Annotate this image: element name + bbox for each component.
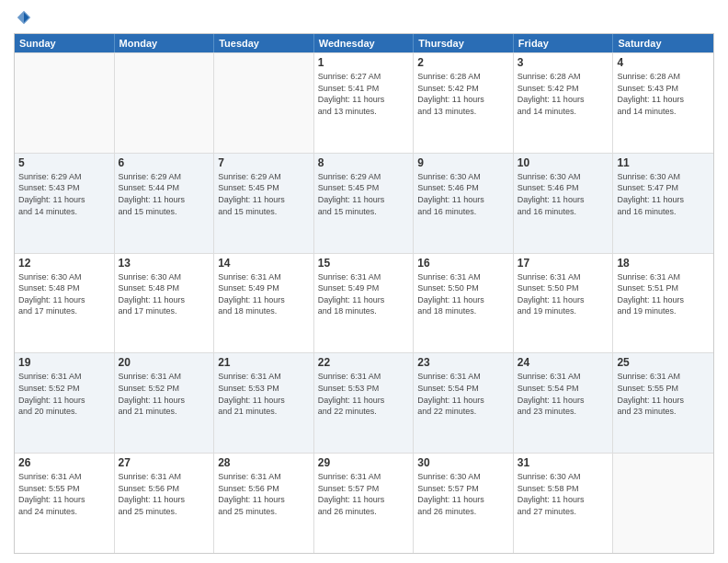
day-number: 5 bbox=[18, 156, 110, 169]
cell-info-line: Sunrise: 6:31 AM bbox=[318, 271, 410, 283]
cell-info-line: Daylight: 11 hours bbox=[18, 395, 110, 407]
calendar-cell-r3-c6: 25Sunrise: 6:31 AMSunset: 5:55 PMDayligh… bbox=[613, 353, 713, 453]
cell-info-line: Sunrise: 6:30 AM bbox=[518, 171, 609, 183]
cell-info-line: and 16 minutes. bbox=[417, 206, 509, 218]
calendar-cell-r3-c3: 22Sunrise: 6:31 AMSunset: 5:53 PMDayligh… bbox=[314, 353, 415, 453]
cell-info-line: Sunset: 5:45 PM bbox=[218, 182, 310, 194]
cell-info-line: Sunset: 5:54 PM bbox=[417, 383, 509, 395]
cell-info-line: Sunset: 5:55 PM bbox=[617, 383, 710, 395]
cell-info-line: and 17 minutes. bbox=[18, 305, 110, 317]
cell-info-line: Sunset: 5:48 PM bbox=[119, 282, 210, 294]
cell-info-line: Sunrise: 6:31 AM bbox=[119, 471, 210, 483]
day-number: 23 bbox=[417, 356, 509, 369]
day-number: 22 bbox=[318, 356, 410, 369]
calendar-header: SundayMondayTuesdayWednesdayThursdayFrid… bbox=[15, 34, 713, 52]
cell-info-line: Sunrise: 6:27 AM bbox=[318, 71, 410, 83]
cell-info-line: Daylight: 11 hours bbox=[18, 294, 110, 306]
calendar-cell-r3-c0: 19Sunrise: 6:31 AMSunset: 5:52 PMDayligh… bbox=[15, 353, 115, 453]
cell-info-line: and 19 minutes. bbox=[518, 305, 609, 317]
cell-info-line: Sunrise: 6:30 AM bbox=[518, 471, 609, 483]
cell-info-line: Daylight: 11 hours bbox=[617, 395, 710, 407]
cell-info-line: Daylight: 11 hours bbox=[119, 494, 210, 506]
cell-info-line: Sunset: 5:56 PM bbox=[119, 483, 210, 495]
cell-info-line: Sunset: 5:50 PM bbox=[417, 282, 509, 294]
day-number: 29 bbox=[318, 456, 410, 469]
cell-info-line: Sunset: 5:58 PM bbox=[518, 483, 609, 495]
calendar-cell-r3-c5: 24Sunrise: 6:31 AMSunset: 5:54 PMDayligh… bbox=[514, 353, 614, 453]
cell-info-line: and 15 minutes. bbox=[218, 206, 310, 218]
calendar: SundayMondayTuesdayWednesdayThursdayFrid… bbox=[14, 33, 714, 554]
day-number: 20 bbox=[119, 356, 210, 369]
calendar-cell-r3-c4: 23Sunrise: 6:31 AMSunset: 5:54 PMDayligh… bbox=[414, 353, 514, 453]
day-number: 16 bbox=[417, 257, 509, 270]
cell-info-line: Sunrise: 6:31 AM bbox=[617, 271, 710, 283]
calendar-cell-r0-c0 bbox=[15, 53, 115, 153]
cell-info-line: Sunrise: 6:29 AM bbox=[18, 171, 110, 183]
cell-info-line: and 14 minutes. bbox=[518, 106, 609, 118]
cell-info-line: Daylight: 11 hours bbox=[417, 395, 509, 407]
cell-info-line: Sunrise: 6:31 AM bbox=[417, 271, 509, 283]
cell-info-line: Daylight: 11 hours bbox=[218, 194, 310, 206]
cell-info-line: Sunrise: 6:28 AM bbox=[617, 71, 710, 83]
calendar-row-4: 26Sunrise: 6:31 AMSunset: 5:55 PMDayligh… bbox=[15, 453, 713, 553]
cell-info-line: Sunrise: 6:30 AM bbox=[417, 171, 509, 183]
cell-info-line: Daylight: 11 hours bbox=[318, 294, 410, 306]
cell-info-line: Sunrise: 6:28 AM bbox=[518, 71, 609, 83]
weekday-header-thursday: Thursday bbox=[414, 34, 514, 52]
day-number: 7 bbox=[218, 156, 310, 169]
header bbox=[14, 9, 714, 26]
day-number: 26 bbox=[18, 456, 110, 469]
day-number: 13 bbox=[119, 257, 210, 270]
cell-info-line: and 19 minutes. bbox=[617, 305, 710, 317]
cell-info-line: Sunrise: 6:31 AM bbox=[218, 471, 310, 483]
cell-info-line: Sunrise: 6:30 AM bbox=[617, 171, 710, 183]
calendar-cell-r1-c4: 9Sunrise: 6:30 AMSunset: 5:46 PMDaylight… bbox=[414, 154, 514, 253]
cell-info-line: Sunset: 5:42 PM bbox=[417, 83, 509, 95]
weekday-header-monday: Monday bbox=[115, 34, 215, 52]
cell-info-line: Sunset: 5:53 PM bbox=[218, 383, 310, 395]
cell-info-line: Sunrise: 6:31 AM bbox=[318, 471, 410, 483]
calendar-row-1: 5Sunrise: 6:29 AMSunset: 5:43 PMDaylight… bbox=[15, 153, 713, 253]
cell-info-line: Daylight: 11 hours bbox=[617, 294, 710, 306]
calendar-cell-r1-c6: 11Sunrise: 6:30 AMSunset: 5:47 PMDayligh… bbox=[613, 154, 713, 253]
cell-info-line: Sunrise: 6:30 AM bbox=[417, 471, 509, 483]
day-number: 2 bbox=[417, 56, 509, 69]
cell-info-line: and 21 minutes. bbox=[218, 406, 310, 418]
calendar-cell-r2-c1: 13Sunrise: 6:30 AMSunset: 5:48 PMDayligh… bbox=[115, 254, 215, 353]
calendar-cell-r3-c1: 20Sunrise: 6:31 AMSunset: 5:52 PMDayligh… bbox=[115, 353, 215, 453]
calendar-cell-r2-c2: 14Sunrise: 6:31 AMSunset: 5:49 PMDayligh… bbox=[214, 254, 314, 353]
cell-info-line: Sunrise: 6:31 AM bbox=[617, 371, 710, 383]
calendar-cell-r4-c3: 29Sunrise: 6:31 AMSunset: 5:57 PMDayligh… bbox=[314, 454, 415, 553]
cell-info-line: Daylight: 11 hours bbox=[119, 395, 210, 407]
calendar-cell-r0-c5: 3Sunrise: 6:28 AMSunset: 5:42 PMDaylight… bbox=[514, 53, 614, 153]
cell-info-line: Daylight: 11 hours bbox=[518, 395, 609, 407]
cell-info-line: Daylight: 11 hours bbox=[518, 294, 609, 306]
cell-info-line: Daylight: 11 hours bbox=[18, 494, 110, 506]
cell-info-line: and 20 minutes. bbox=[18, 406, 110, 418]
cell-info-line: Sunset: 5:43 PM bbox=[617, 83, 710, 95]
calendar-cell-r4-c4: 30Sunrise: 6:30 AMSunset: 5:57 PMDayligh… bbox=[414, 454, 514, 553]
cell-info-line: Daylight: 11 hours bbox=[617, 194, 710, 206]
cell-info-line: Daylight: 11 hours bbox=[518, 194, 609, 206]
cell-info-line: Sunrise: 6:29 AM bbox=[119, 171, 210, 183]
calendar-row-0: 1Sunrise: 6:27 AMSunset: 5:41 PMDaylight… bbox=[15, 52, 713, 153]
day-number: 6 bbox=[119, 156, 210, 169]
logo bbox=[14, 9, 32, 26]
cell-info-line: Sunrise: 6:30 AM bbox=[119, 271, 210, 283]
cell-info-line: Sunset: 5:52 PM bbox=[119, 383, 210, 395]
cell-info-line: Sunrise: 6:29 AM bbox=[218, 171, 310, 183]
cell-info-line: Daylight: 11 hours bbox=[218, 294, 310, 306]
cell-info-line: Sunrise: 6:31 AM bbox=[518, 271, 609, 283]
calendar-row-3: 19Sunrise: 6:31 AMSunset: 5:52 PMDayligh… bbox=[15, 352, 713, 453]
cell-info-line: Sunset: 5:56 PM bbox=[218, 483, 310, 495]
day-number: 8 bbox=[318, 156, 410, 169]
cell-info-line: and 22 minutes. bbox=[318, 406, 410, 418]
cell-info-line: Sunrise: 6:31 AM bbox=[218, 371, 310, 383]
cell-info-line: and 24 minutes. bbox=[18, 506, 110, 518]
cell-info-line: Sunset: 5:54 PM bbox=[518, 383, 609, 395]
cell-info-line: and 15 minutes. bbox=[119, 206, 210, 218]
cell-info-line: and 15 minutes. bbox=[318, 206, 410, 218]
cell-info-line: and 23 minutes. bbox=[518, 406, 609, 418]
cell-info-line: Sunrise: 6:29 AM bbox=[318, 171, 410, 183]
cell-info-line: and 14 minutes. bbox=[18, 206, 110, 218]
